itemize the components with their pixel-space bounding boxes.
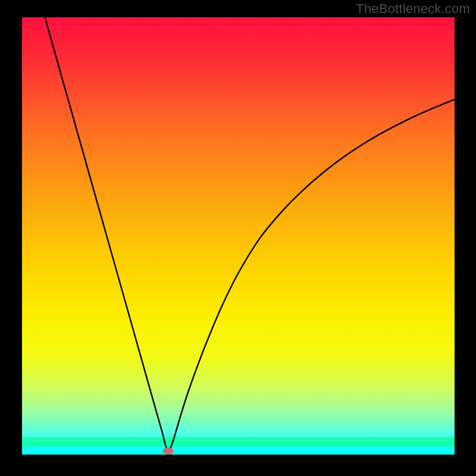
bottleneck-chart [0, 0, 476, 476]
watermark: TheBottleneck.com [356, 1, 470, 17]
chart-container: TheBottleneck.com [0, 0, 476, 476]
green-band [22, 437, 455, 447]
plot-area [22, 17, 455, 455]
marker-dot [163, 447, 174, 455]
